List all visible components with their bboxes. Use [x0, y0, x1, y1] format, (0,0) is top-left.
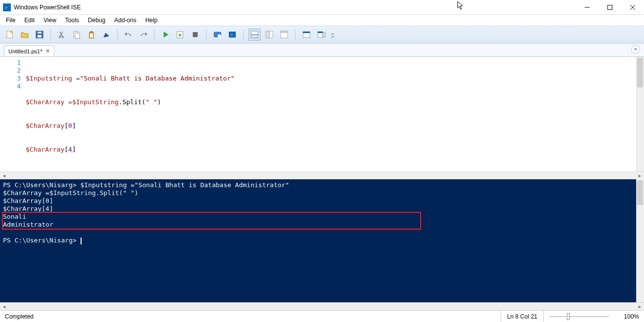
- cursor-position: Ln 8 Col 21: [501, 311, 544, 322]
- save-button[interactable]: [34, 29, 45, 40]
- console[interactable]: PS C:\Users\Nisarg> $Inputstring ="Sonal…: [0, 179, 644, 302]
- svg-rect-3: [608, 5, 612, 9]
- scrollbar-thumb[interactable]: [637, 180, 643, 205]
- line-number-gutter: 1 2 3 4: [0, 57, 26, 171]
- svg-rect-24: [269, 31, 273, 38]
- toolbar-sep: [243, 29, 244, 40]
- copy-button[interactable]: [71, 29, 83, 40]
- collapse-script-button[interactable]: [631, 45, 640, 54]
- maximize-button[interactable]: [599, 0, 621, 15]
- scroll-left-icon[interactable]: ◄: [0, 173, 8, 178]
- console-pane: PS C:\Users\Nisarg> $Inputstring ="Sonal…: [0, 179, 644, 302]
- tab-label: Untitled1.ps1*: [8, 48, 43, 54]
- svg-text:>: >: [230, 32, 233, 38]
- scroll-left-icon[interactable]: ◄: [0, 304, 8, 309]
- toolbar: >: [0, 26, 644, 43]
- script-editor-pane: 1 2 3 4 $Inputstring ="Sonali Bhatt is D…: [0, 56, 644, 179]
- window-title: Windows PowerShell ISE: [14, 4, 576, 11]
- show-command-button[interactable]: [301, 29, 312, 40]
- highlight-annotation: [2, 212, 421, 230]
- zoom-control: 100%: [544, 313, 639, 320]
- toolbar-overflow-button[interactable]: [330, 29, 335, 40]
- new-remote-button[interactable]: [212, 29, 223, 40]
- run-button[interactable]: [160, 29, 172, 40]
- show-script-max-button[interactable]: [278, 29, 290, 40]
- status-bar: Completed Ln 8 Col 21 100%: [0, 310, 644, 322]
- svg-rect-30: [318, 32, 323, 33]
- menu-tools[interactable]: Tools: [61, 16, 83, 25]
- console-cursor: [81, 238, 82, 244]
- script-editor[interactable]: 1 2 3 4 $Inputstring ="Sonali Bhatt is D…: [0, 57, 644, 171]
- console-horizontal-scrollbar[interactable]: ◄ ►: [0, 302, 644, 310]
- paste-button[interactable]: [86, 29, 97, 40]
- svg-rect-31: [323, 33, 325, 37]
- svg-rect-23: [266, 31, 269, 38]
- scroll-right-icon[interactable]: ►: [636, 173, 644, 178]
- clear-button[interactable]: [100, 29, 112, 40]
- toolbar-sep: [50, 29, 51, 40]
- close-button[interactable]: [621, 0, 644, 15]
- svg-rect-6: [38, 35, 42, 38]
- svg-rect-7: [38, 32, 42, 34]
- menu-edit[interactable]: Edit: [20, 16, 39, 25]
- zoom-percent: 100%: [624, 313, 639, 320]
- svg-point-18: [218, 35, 221, 38]
- zoom-slider[interactable]: [550, 316, 609, 317]
- menu-file[interactable]: File: [2, 16, 19, 25]
- line-number: 1: [2, 59, 21, 67]
- minimize-button[interactable]: [576, 0, 599, 15]
- toolbar-sep: [206, 29, 207, 40]
- svg-rect-13: [90, 31, 93, 33]
- tab-close-button[interactable]: ✕: [45, 48, 50, 54]
- show-script-right-button[interactable]: [263, 29, 275, 40]
- line-number: 3: [2, 75, 21, 82]
- cut-button[interactable]: [56, 29, 68, 40]
- svg-rect-16: [193, 32, 198, 37]
- svg-rect-26: [281, 31, 288, 33]
- menu-debug[interactable]: Debug: [84, 16, 109, 25]
- menu-bar: File Edit View Tools Debug Add-ons Help: [0, 15, 644, 26]
- toolbar-sep: [154, 29, 155, 40]
- scrollbar-thumb[interactable]: [637, 58, 643, 87]
- status-message: Completed: [5, 313, 501, 320]
- menu-addons[interactable]: Add-ons: [110, 16, 140, 25]
- window-controls: [576, 0, 644, 15]
- open-file-button[interactable]: [19, 29, 31, 40]
- editor-horizontal-scrollbar[interactable]: ◄ ►: [0, 171, 644, 179]
- show-script-top-button[interactable]: [249, 29, 260, 40]
- console-vertical-scrollbar[interactable]: [636, 179, 644, 302]
- app-icon: >: [3, 3, 11, 11]
- run-selection-button[interactable]: [174, 29, 186, 40]
- svg-text:>: >: [5, 5, 8, 10]
- line-number: 2: [2, 67, 21, 75]
- svg-rect-22: [251, 35, 258, 38]
- show-command-addon-button[interactable]: [315, 29, 327, 40]
- redo-button[interactable]: [137, 29, 149, 40]
- tab-strip: Untitled1.ps1* ✕: [0, 43, 644, 56]
- toolbar-sep: [117, 29, 118, 40]
- menu-help[interactable]: Help: [141, 16, 162, 25]
- svg-rect-21: [251, 31, 258, 35]
- script-tab[interactable]: Untitled1.ps1* ✕: [4, 45, 54, 56]
- undo-button[interactable]: [123, 29, 134, 40]
- svg-rect-14: [90, 34, 93, 38]
- powershell-button[interactable]: >: [226, 29, 238, 40]
- new-file-button[interactable]: [4, 29, 16, 40]
- title-bar: > Windows PowerShell ISE: [0, 0, 644, 15]
- svg-rect-11: [75, 33, 80, 39]
- editor-vertical-scrollbar[interactable]: [636, 57, 644, 171]
- stop-button[interactable]: [189, 29, 201, 40]
- svg-rect-28: [303, 32, 310, 33]
- menu-view[interactable]: View: [40, 16, 60, 25]
- code-area[interactable]: $Inputstring ="Sonali Bhatt is Database …: [26, 57, 644, 171]
- scroll-right-icon[interactable]: ►: [636, 304, 644, 309]
- toolbar-sep: [295, 29, 296, 40]
- zoom-slider-handle[interactable]: [567, 313, 570, 320]
- line-number: 4: [2, 82, 21, 90]
